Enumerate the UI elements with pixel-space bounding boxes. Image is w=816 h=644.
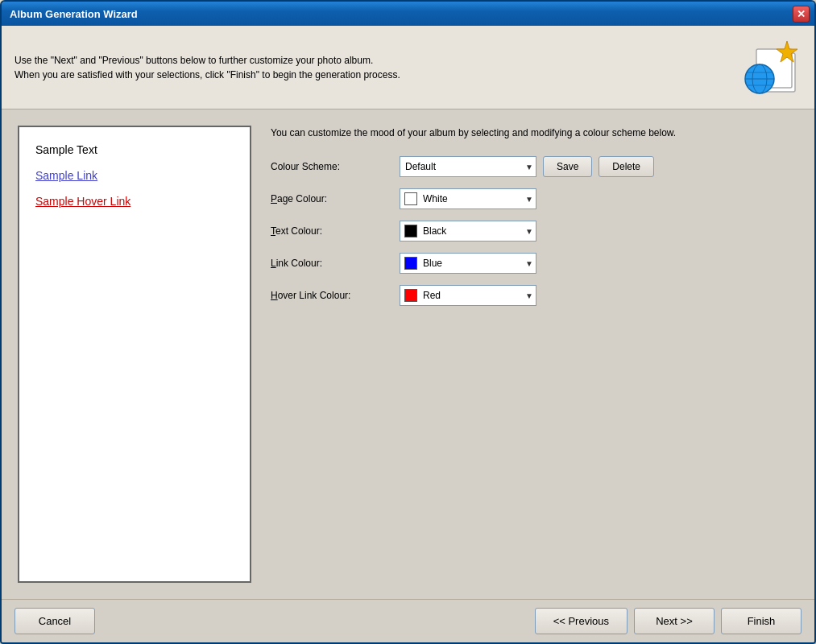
colour-scheme-select[interactable]: Default	[400, 156, 536, 177]
finish-button[interactable]: Finish	[721, 608, 802, 634]
hover-link-colour-label: Hover Link Colour:	[271, 290, 400, 301]
save-button[interactable]: Save	[543, 156, 592, 177]
header-icon	[737, 37, 802, 97]
text-colour-row: Text Colour: Black White Blue Red ▼	[271, 221, 798, 242]
text-colour-select[interactable]: Black White Blue Red	[400, 221, 536, 242]
previous-button[interactable]: << Previous	[535, 608, 628, 634]
next-button[interactable]: Next >>	[634, 608, 715, 634]
settings-panel: You can customize the mood of your album…	[271, 126, 798, 583]
colour-scheme-row: Colour Scheme: Default ▼ Save Delete	[271, 156, 798, 177]
colour-scheme-controls: Default ▼ Save Delete	[400, 156, 654, 177]
delete-button[interactable]: Delete	[599, 156, 654, 177]
window-title: Album Generation Wizard	[10, 8, 138, 20]
main-content: Sample Text Sample Link Sample Hover Lin…	[2, 109, 814, 599]
preview-sample-link: Sample Link	[35, 169, 234, 182]
page-colour-select-wrapper: White Black Blue Red ▼	[400, 188, 536, 209]
page-colour-row: Page Colour: White Black Blue Red ▼	[271, 188, 798, 209]
hover-link-label-text: Hover Link Colour:	[271, 290, 350, 301]
colour-scheme-label: Colour Scheme:	[271, 161, 400, 172]
preview-sample-hover-link: Sample Hover Link	[35, 195, 234, 208]
hover-link-colour-select-wrapper: Red Black White Blue ▼	[400, 285, 536, 306]
hover-link-colour-row: Hover Link Colour: Red Black White Blue …	[271, 285, 798, 306]
link-colour-select-wrapper: Blue Black White Red ▼	[400, 253, 536, 274]
page-label-text: Page Colour:	[271, 193, 327, 204]
cancel-button[interactable]: Cancel	[14, 608, 95, 634]
main-window: Album Generation Wizard ✕ Use the "Next"…	[0, 0, 816, 644]
header-area: Use the "Next" and "Previous" buttons be…	[2, 26, 814, 109]
colour-scheme-select-wrapper: Default ▼	[400, 156, 536, 177]
footer-area: Cancel << Previous Next >> Finish	[2, 599, 814, 642]
close-button[interactable]: ✕	[793, 6, 810, 23]
link-colour-row: Link Colour: Blue Black White Red ▼	[271, 253, 798, 274]
link-label-text: Link Colour:	[271, 258, 322, 269]
text-colour-label: Text Colour:	[271, 225, 400, 237]
link-colour-label: Link Colour:	[271, 258, 400, 269]
footer-left: Cancel	[14, 608, 95, 634]
link-colour-select[interactable]: Blue Black White Red	[400, 253, 536, 274]
page-colour-label: Page Colour:	[271, 193, 400, 204]
title-bar: Album Generation Wizard ✕	[2, 2, 814, 26]
preview-sample-text: Sample Text	[35, 143, 234, 156]
settings-description: You can customize the mood of your album…	[271, 126, 798, 140]
text-colour-select-wrapper: Black White Blue Red ▼	[400, 221, 536, 242]
footer-right: << Previous Next >> Finish	[535, 608, 802, 634]
page-colour-select[interactable]: White Black Blue Red	[400, 188, 536, 209]
hover-link-colour-select[interactable]: Red Black White Blue	[400, 285, 536, 306]
preview-box: Sample Text Sample Link Sample Hover Lin…	[18, 126, 251, 583]
text-label-text: Text Colour:	[271, 225, 322, 237]
header-description: Use the "Next" and "Previous" buttons be…	[14, 53, 400, 82]
